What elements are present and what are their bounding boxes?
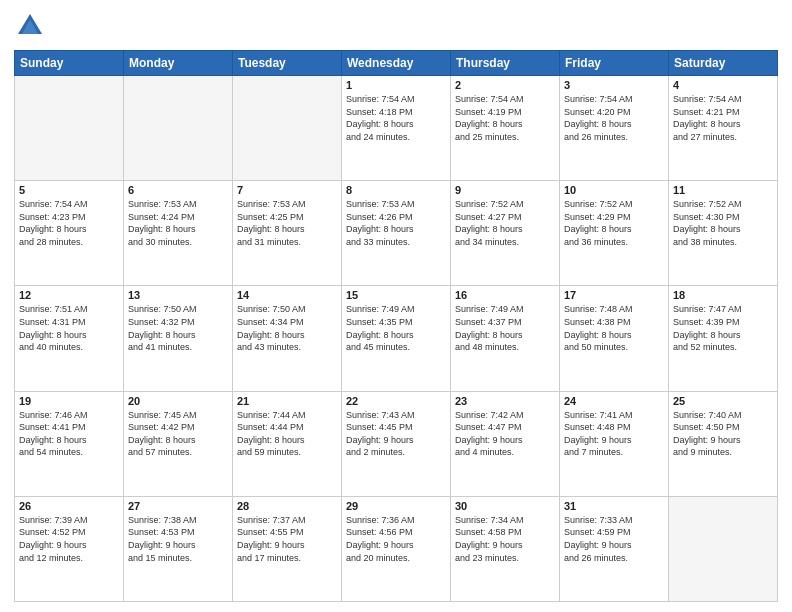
calendar-cell: 18Sunrise: 7:47 AM Sunset: 4:39 PM Dayli… <box>669 286 778 391</box>
day-info: Sunrise: 7:39 AM Sunset: 4:52 PM Dayligh… <box>19 514 119 564</box>
calendar-cell: 23Sunrise: 7:42 AM Sunset: 4:47 PM Dayli… <box>451 391 560 496</box>
day-info: Sunrise: 7:53 AM Sunset: 4:25 PM Dayligh… <box>237 198 337 248</box>
calendar-cell: 29Sunrise: 7:36 AM Sunset: 4:56 PM Dayli… <box>342 496 451 601</box>
week-row-3: 12Sunrise: 7:51 AM Sunset: 4:31 PM Dayli… <box>15 286 778 391</box>
calendar-cell: 12Sunrise: 7:51 AM Sunset: 4:31 PM Dayli… <box>15 286 124 391</box>
calendar-header-row: SundayMondayTuesdayWednesdayThursdayFrid… <box>15 51 778 76</box>
day-info: Sunrise: 7:33 AM Sunset: 4:59 PM Dayligh… <box>564 514 664 564</box>
day-number: 3 <box>564 79 664 91</box>
calendar-cell: 15Sunrise: 7:49 AM Sunset: 4:35 PM Dayli… <box>342 286 451 391</box>
day-info: Sunrise: 7:47 AM Sunset: 4:39 PM Dayligh… <box>673 303 773 353</box>
calendar-cell: 8Sunrise: 7:53 AM Sunset: 4:26 PM Daylig… <box>342 181 451 286</box>
day-info: Sunrise: 7:52 AM Sunset: 4:27 PM Dayligh… <box>455 198 555 248</box>
day-number: 31 <box>564 500 664 512</box>
day-number: 9 <box>455 184 555 196</box>
day-info: Sunrise: 7:54 AM Sunset: 4:21 PM Dayligh… <box>673 93 773 143</box>
week-row-2: 5Sunrise: 7:54 AM Sunset: 4:23 PM Daylig… <box>15 181 778 286</box>
week-row-4: 19Sunrise: 7:46 AM Sunset: 4:41 PM Dayli… <box>15 391 778 496</box>
day-header-friday: Friday <box>560 51 669 76</box>
day-number: 22 <box>346 395 446 407</box>
day-number: 13 <box>128 289 228 301</box>
day-info: Sunrise: 7:52 AM Sunset: 4:29 PM Dayligh… <box>564 198 664 248</box>
day-info: Sunrise: 7:38 AM Sunset: 4:53 PM Dayligh… <box>128 514 228 564</box>
calendar-cell <box>669 496 778 601</box>
day-info: Sunrise: 7:34 AM Sunset: 4:58 PM Dayligh… <box>455 514 555 564</box>
logo <box>14 10 50 42</box>
calendar-cell: 28Sunrise: 7:37 AM Sunset: 4:55 PM Dayli… <box>233 496 342 601</box>
day-info: Sunrise: 7:36 AM Sunset: 4:56 PM Dayligh… <box>346 514 446 564</box>
day-number: 29 <box>346 500 446 512</box>
page: SundayMondayTuesdayWednesdayThursdayFrid… <box>0 0 792 612</box>
calendar-cell: 10Sunrise: 7:52 AM Sunset: 4:29 PM Dayli… <box>560 181 669 286</box>
day-info: Sunrise: 7:37 AM Sunset: 4:55 PM Dayligh… <box>237 514 337 564</box>
logo-icon <box>14 10 46 42</box>
calendar-cell: 25Sunrise: 7:40 AM Sunset: 4:50 PM Dayli… <box>669 391 778 496</box>
day-info: Sunrise: 7:53 AM Sunset: 4:26 PM Dayligh… <box>346 198 446 248</box>
calendar-cell: 22Sunrise: 7:43 AM Sunset: 4:45 PM Dayli… <box>342 391 451 496</box>
day-number: 6 <box>128 184 228 196</box>
day-number: 23 <box>455 395 555 407</box>
header <box>14 10 778 42</box>
calendar-cell <box>233 76 342 181</box>
day-number: 10 <box>564 184 664 196</box>
calendar-cell: 1Sunrise: 7:54 AM Sunset: 4:18 PM Daylig… <box>342 76 451 181</box>
calendar-cell: 13Sunrise: 7:50 AM Sunset: 4:32 PM Dayli… <box>124 286 233 391</box>
day-number: 1 <box>346 79 446 91</box>
day-header-wednesday: Wednesday <box>342 51 451 76</box>
day-number: 5 <box>19 184 119 196</box>
day-info: Sunrise: 7:49 AM Sunset: 4:35 PM Dayligh… <box>346 303 446 353</box>
day-number: 14 <box>237 289 337 301</box>
calendar-cell: 16Sunrise: 7:49 AM Sunset: 4:37 PM Dayli… <box>451 286 560 391</box>
calendar-cell: 6Sunrise: 7:53 AM Sunset: 4:24 PM Daylig… <box>124 181 233 286</box>
day-number: 12 <box>19 289 119 301</box>
day-number: 15 <box>346 289 446 301</box>
day-info: Sunrise: 7:54 AM Sunset: 4:20 PM Dayligh… <box>564 93 664 143</box>
day-info: Sunrise: 7:50 AM Sunset: 4:32 PM Dayligh… <box>128 303 228 353</box>
day-info: Sunrise: 7:41 AM Sunset: 4:48 PM Dayligh… <box>564 409 664 459</box>
calendar-cell: 4Sunrise: 7:54 AM Sunset: 4:21 PM Daylig… <box>669 76 778 181</box>
day-info: Sunrise: 7:52 AM Sunset: 4:30 PM Dayligh… <box>673 198 773 248</box>
calendar-table: SundayMondayTuesdayWednesdayThursdayFrid… <box>14 50 778 602</box>
day-number: 27 <box>128 500 228 512</box>
calendar-cell: 5Sunrise: 7:54 AM Sunset: 4:23 PM Daylig… <box>15 181 124 286</box>
calendar-cell: 21Sunrise: 7:44 AM Sunset: 4:44 PM Dayli… <box>233 391 342 496</box>
day-info: Sunrise: 7:44 AM Sunset: 4:44 PM Dayligh… <box>237 409 337 459</box>
calendar-cell: 20Sunrise: 7:45 AM Sunset: 4:42 PM Dayli… <box>124 391 233 496</box>
calendar-cell: 14Sunrise: 7:50 AM Sunset: 4:34 PM Dayli… <box>233 286 342 391</box>
calendar-cell: 19Sunrise: 7:46 AM Sunset: 4:41 PM Dayli… <box>15 391 124 496</box>
calendar-cell: 27Sunrise: 7:38 AM Sunset: 4:53 PM Dayli… <box>124 496 233 601</box>
day-info: Sunrise: 7:54 AM Sunset: 4:18 PM Dayligh… <box>346 93 446 143</box>
day-info: Sunrise: 7:45 AM Sunset: 4:42 PM Dayligh… <box>128 409 228 459</box>
day-number: 28 <box>237 500 337 512</box>
calendar-cell: 11Sunrise: 7:52 AM Sunset: 4:30 PM Dayli… <box>669 181 778 286</box>
day-info: Sunrise: 7:43 AM Sunset: 4:45 PM Dayligh… <box>346 409 446 459</box>
day-number: 19 <box>19 395 119 407</box>
day-info: Sunrise: 7:40 AM Sunset: 4:50 PM Dayligh… <box>673 409 773 459</box>
calendar-cell: 7Sunrise: 7:53 AM Sunset: 4:25 PM Daylig… <box>233 181 342 286</box>
day-number: 21 <box>237 395 337 407</box>
day-number: 11 <box>673 184 773 196</box>
day-info: Sunrise: 7:54 AM Sunset: 4:23 PM Dayligh… <box>19 198 119 248</box>
day-number: 24 <box>564 395 664 407</box>
day-number: 30 <box>455 500 555 512</box>
calendar-cell: 9Sunrise: 7:52 AM Sunset: 4:27 PM Daylig… <box>451 181 560 286</box>
day-info: Sunrise: 7:50 AM Sunset: 4:34 PM Dayligh… <box>237 303 337 353</box>
day-number: 7 <box>237 184 337 196</box>
day-info: Sunrise: 7:49 AM Sunset: 4:37 PM Dayligh… <box>455 303 555 353</box>
day-header-monday: Monday <box>124 51 233 76</box>
day-info: Sunrise: 7:48 AM Sunset: 4:38 PM Dayligh… <box>564 303 664 353</box>
calendar-cell: 17Sunrise: 7:48 AM Sunset: 4:38 PM Dayli… <box>560 286 669 391</box>
week-row-5: 26Sunrise: 7:39 AM Sunset: 4:52 PM Dayli… <box>15 496 778 601</box>
week-row-1: 1Sunrise: 7:54 AM Sunset: 4:18 PM Daylig… <box>15 76 778 181</box>
day-number: 25 <box>673 395 773 407</box>
day-header-tuesday: Tuesday <box>233 51 342 76</box>
day-header-thursday: Thursday <box>451 51 560 76</box>
day-number: 20 <box>128 395 228 407</box>
day-number: 2 <box>455 79 555 91</box>
day-number: 16 <box>455 289 555 301</box>
calendar-cell <box>15 76 124 181</box>
calendar-cell: 26Sunrise: 7:39 AM Sunset: 4:52 PM Dayli… <box>15 496 124 601</box>
day-header-saturday: Saturday <box>669 51 778 76</box>
day-header-sunday: Sunday <box>15 51 124 76</box>
day-number: 4 <box>673 79 773 91</box>
